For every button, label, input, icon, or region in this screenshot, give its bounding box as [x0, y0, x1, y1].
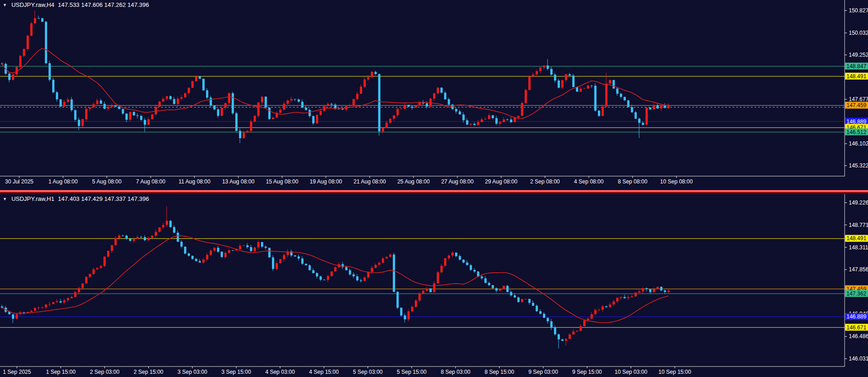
chart-collapse-icon[interactable]: ▼	[3, 195, 7, 203]
bear-candle	[547, 318, 549, 322]
bull-candle	[580, 326, 582, 331]
bull-candle	[539, 67, 542, 71]
bull-candle	[180, 97, 183, 99]
bear-candle	[12, 314, 14, 319]
bull-candle	[158, 102, 161, 107]
bear-candle	[268, 108, 271, 119]
bear-candle	[217, 248, 219, 252]
bull-candle	[602, 307, 604, 310]
bear-candle	[517, 297, 520, 302]
bull-candle	[525, 90, 527, 103]
bear-candle	[298, 99, 300, 102]
bear-candle	[312, 270, 315, 273]
bull-candle	[191, 81, 194, 88]
bull-candle	[155, 107, 157, 114]
bear-candle	[558, 81, 560, 88]
bull-candle	[151, 236, 153, 238]
bull-candle	[243, 133, 245, 138]
bull-candle	[638, 291, 640, 293]
bull-candle	[290, 99, 293, 101]
bear-candle	[554, 75, 556, 81]
bull-candle	[451, 253, 454, 256]
bull-candle	[667, 106, 670, 108]
bull-candle	[287, 101, 289, 104]
bear-candle	[261, 242, 263, 247]
bear-candle	[202, 79, 205, 90]
bear-candle	[250, 247, 252, 251]
price-tick-label: 149.252	[849, 52, 868, 58]
bull-candle	[210, 251, 212, 255]
bull-candle	[437, 88, 439, 93]
bull-candle	[389, 254, 391, 257]
bear-candle	[56, 92, 58, 99]
price-tick-label: 145.322	[849, 162, 868, 169]
bull-candle	[276, 263, 278, 269]
bear-candle	[407, 105, 410, 107]
time-tick-label: 4 Sep 08:00	[574, 178, 604, 185]
bull-candle	[656, 287, 659, 289]
bear-candle	[122, 109, 124, 113]
bull-candle	[543, 65, 545, 67]
bull-candle	[71, 297, 73, 298]
bull-candle	[525, 299, 527, 299]
bear-candle	[455, 109, 457, 111]
bull-candle	[136, 237, 139, 239]
chart-ohlc-values: 147.533 147.606 147.262 147.396	[58, 1, 149, 9]
bear-candle	[173, 99, 175, 104]
bull-candle	[396, 109, 399, 115]
bear-candle	[528, 299, 531, 303]
bull-candle	[627, 297, 629, 298]
price-level-badge-label: 146.889	[846, 118, 867, 125]
splitter-midline	[0, 191, 868, 191]
time-tick-label: 10 Sep 15:00	[658, 369, 691, 375]
bull-candle	[155, 232, 157, 236]
bull-candle	[642, 288, 644, 291]
bear-candle	[217, 109, 219, 116]
bear-candle	[144, 237, 146, 240]
time-tick-label: 3 Sep 03:00	[178, 369, 207, 375]
bull-candle	[572, 332, 575, 335]
bull-candle	[609, 305, 611, 307]
bear-candle	[624, 297, 626, 298]
bear-candle	[129, 239, 131, 241]
bull-candle	[382, 259, 384, 263]
bull-candle	[257, 102, 260, 116]
bull-candle	[261, 97, 263, 102]
price-tick-label: 147.677	[849, 96, 868, 102]
bear-candle	[374, 72, 377, 74]
time-tick-label: 2 Sep 03:00	[90, 369, 119, 375]
bear-candle	[536, 306, 538, 311]
bull-candle	[228, 93, 230, 103]
bull-candle	[356, 94, 358, 99]
bull-candle	[78, 288, 80, 292]
bull-candle	[385, 257, 388, 259]
bear-candle	[232, 93, 234, 113]
bull-candle	[283, 104, 285, 110]
bull-candle	[224, 253, 227, 257]
panel-splitter[interactable]	[0, 188, 868, 194]
bear-candle	[539, 311, 542, 314]
bull-candle	[74, 292, 76, 297]
bull-candle	[92, 104, 95, 108]
bull-candle	[499, 289, 501, 291]
bull-candle	[100, 266, 102, 268]
bull-candle	[81, 284, 84, 288]
bull-candle	[103, 257, 106, 266]
bear-candle	[543, 314, 545, 318]
bear-candle	[378, 74, 380, 131]
candlestick-chart-h4[interactable]: 150.827150.032149.252147.677146.102145.3…	[0, 0, 868, 188]
bull-candle	[34, 18, 36, 23]
chart-collapse-icon[interactable]: ▼	[3, 1, 7, 9]
bull-candle	[378, 263, 380, 265]
bull-candle	[393, 115, 395, 118]
bear-candle	[301, 259, 304, 264]
bull-candle	[616, 298, 618, 302]
bull-candle	[279, 110, 282, 113]
candlestick-chart-h1[interactable]: 149.226148.771148.311147.856146.946146.4…	[0, 194, 868, 377]
bull-candle	[283, 255, 285, 259]
price-tick-label: 148.771	[849, 222, 868, 228]
bear-candle	[481, 276, 483, 278]
bear-candle	[41, 18, 43, 22]
bear-candle	[591, 86, 593, 86]
bear-candle	[349, 270, 351, 275]
